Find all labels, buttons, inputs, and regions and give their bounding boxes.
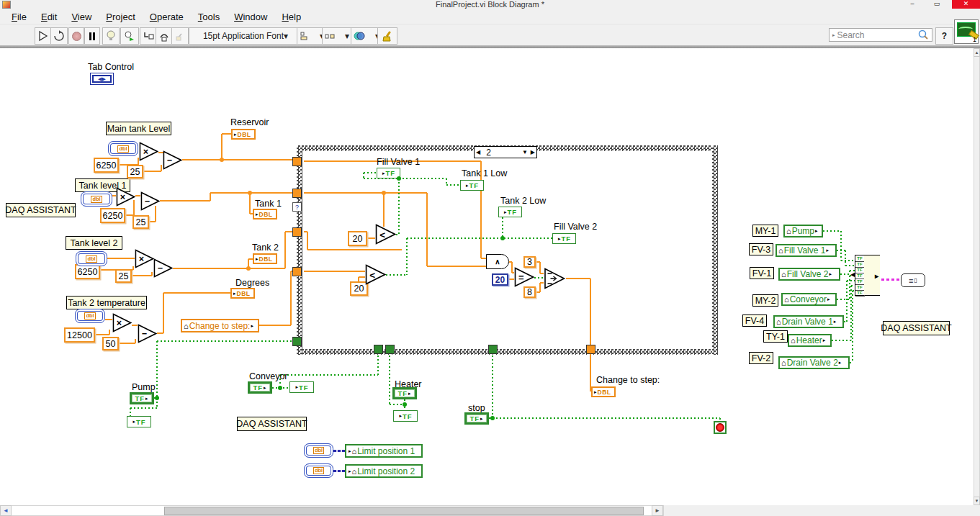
run-continuously-button[interactable]	[50, 27, 68, 45]
label-my-2[interactable]: MY-2	[752, 294, 778, 307]
case-structure-border-right[interactable]	[712, 145, 718, 355]
local-limit-position-2[interactable]: ▸⌂Limit position 2	[345, 464, 423, 478]
indicator-pump-local[interactable]: ▸TF	[127, 416, 151, 427]
tunnel-conveyor[interactable]	[374, 345, 383, 354]
multiply-node-1[interactable]: ×	[139, 142, 158, 161]
indicator-tank-1[interactable]: ▸DBL	[253, 209, 277, 219]
horizontal-scrollbar-thumb[interactable]	[164, 507, 644, 515]
close-button[interactable]: ✕	[952, 0, 980, 9]
less-than-node-2[interactable]: <	[365, 264, 386, 285]
menu-window[interactable]: Window	[227, 11, 274, 23]
case-selector-tunnel[interactable]: ?	[292, 202, 302, 212]
daq-data-input-terminal[interactable]: ≡▯	[901, 273, 925, 287]
subtract-node-3[interactable]: −	[153, 258, 173, 278]
label-daq-assistant-bottom[interactable]: DAQ ASSISTANT	[237, 417, 307, 431]
label-fv-1[interactable]: FV-1	[750, 267, 774, 279]
indicator-degrees[interactable]: ▸DBL	[230, 288, 255, 299]
control-stop[interactable]: TF▸	[464, 412, 489, 425]
label-daq-assistant-right[interactable]: DAQ ASSISTANT	[883, 321, 950, 335]
minimize-button[interactable]: –	[902, 0, 923, 9]
label-tank-level-2[interactable]: Tank level 2	[66, 236, 122, 250]
menu-tools[interactable]: Tools	[191, 11, 227, 23]
scroll-down-arrow[interactable]: ▼	[974, 497, 980, 505]
menu-view[interactable]: View	[64, 11, 99, 23]
loop-condition-terminal[interactable]	[714, 421, 727, 434]
multiply-node-2[interactable]: ×	[116, 187, 135, 207]
local-conveyor[interactable]: ⌂Conveyor▸	[781, 293, 837, 306]
tunnel-pump[interactable]	[292, 337, 302, 346]
label-fv-4[interactable]: FV-4	[742, 314, 767, 327]
step-out-button[interactable]	[171, 27, 189, 45]
tunnel-reservoir[interactable]	[292, 157, 302, 166]
menu-edit[interactable]: Edit	[34, 11, 64, 23]
case-next-icon[interactable]: ▶	[529, 149, 536, 155]
local-fill-valve-1[interactable]: ⌂Fill Valve 1▸	[776, 244, 837, 257]
tunnel-stop[interactable]	[488, 345, 498, 354]
label-tank-2-temperature[interactable]: Tank 2 temperature	[66, 296, 147, 309]
control-conveyor[interactable]: TF▸	[248, 381, 272, 394]
step-over-button[interactable]	[156, 27, 173, 45]
dynamic-data-terminal-main-tank[interactable]: dbl	[108, 141, 138, 156]
constant-20-i32[interactable]: 20	[492, 273, 508, 286]
vertical-scrollbar[interactable]	[974, 48, 980, 505]
label-daq-assistant-left[interactable]: DAQ ASSISTANT	[6, 203, 76, 217]
scroll-left-arrow[interactable]: ◄	[0, 505, 12, 516]
constant-12500[interactable]: 12500	[64, 327, 95, 343]
step-into-button[interactable]	[140, 27, 157, 45]
label-fv-3[interactable]: FV-3	[749, 243, 773, 255]
tunnel-step[interactable]	[292, 267, 302, 276]
dynamic-data-terminal-tank-2-temp[interactable]: dbl	[75, 309, 105, 323]
constant-6250-1[interactable]: 6250	[94, 158, 119, 173]
case-selector-label[interactable]: ◀ 2 ▼ ▶	[474, 146, 537, 158]
subtract-node-4[interactable]: −	[138, 324, 157, 343]
constant-8[interactable]: 8	[523, 286, 536, 298]
run-button[interactable]	[35, 27, 52, 45]
constant-25-1[interactable]: 25	[127, 165, 143, 178]
pause-button[interactable]	[84, 27, 100, 45]
constant-25-3[interactable]: 25	[115, 269, 132, 283]
scroll-right-arrow[interactable]: ►	[652, 505, 663, 516]
indicator-tank-2[interactable]: ▸DBL	[253, 253, 277, 264]
build-array-node[interactable]: TFTFTFTFTFTFTF▸◀	[855, 255, 880, 296]
highlight-execution-icon[interactable]	[102, 27, 120, 45]
search-dropdown-icon[interactable]: ▸	[832, 32, 835, 38]
dynamic-data-terminal-tank-1[interactable]: dbl	[81, 191, 112, 207]
label-main-tank-level[interactable]: Main tank Level	[106, 122, 171, 135]
abort-button[interactable]	[68, 27, 84, 45]
retain-wire-values-icon[interactable]	[120, 27, 139, 45]
menu-project[interactable]: Project	[99, 11, 142, 23]
label-fv-2[interactable]: FV-2	[749, 352, 773, 364]
local-pump[interactable]: ⌂Pump▸	[783, 225, 823, 237]
label-my-1[interactable]: MY-1	[752, 225, 778, 237]
constant-6250-2[interactable]: 6250	[100, 208, 125, 223]
and-gate[interactable]: ∧	[486, 254, 509, 269]
less-than-node-1[interactable]: <	[375, 224, 396, 245]
local-limit-position-1[interactable]: ▸⌂Limit position 1	[345, 444, 423, 458]
dynamic-data-terminal-tank-2[interactable]: dbl	[76, 251, 107, 266]
menu-file[interactable]: File	[4, 11, 34, 23]
case-dropdown-icon[interactable]: ▼	[521, 149, 529, 155]
tab-control-terminal[interactable]: ◀▶	[90, 73, 114, 85]
dynamic-data-terminal-limit-2[interactable]: dbl	[304, 463, 333, 478]
label-ty-1[interactable]: TY-1	[763, 330, 788, 343]
constant-20-1[interactable]: 20	[348, 231, 367, 246]
case-structure-border-bottom[interactable]	[297, 349, 718, 355]
dynamic-data-terminal-limit-1[interactable]: dbl	[304, 443, 333, 458]
local-heater[interactable]: ⌂Heater▸	[788, 334, 832, 347]
control-pump[interactable]: TF▸	[130, 392, 154, 404]
distribute-objects-button[interactable]: ▾	[322, 27, 352, 45]
menu-operate[interactable]: Operate	[143, 11, 191, 23]
constant-6250-3[interactable]: 6250	[75, 264, 100, 279]
select-node[interactable]	[544, 268, 566, 289]
case-previous-icon[interactable]: ◀	[475, 149, 482, 155]
local-change-to-step[interactable]: ⌂Change to step:▸	[181, 319, 259, 332]
scroll-up-arrow[interactable]: ▲	[974, 48, 980, 57]
help-button[interactable]: ?	[935, 27, 953, 45]
clean-up-diagram-button[interactable]	[377, 27, 397, 45]
indicator-tank-2-low[interactable]: ▸TF	[498, 207, 522, 217]
case-structure-border-left[interactable]	[297, 145, 302, 355]
subtract-node-2[interactable]: −	[140, 191, 160, 211]
equal-node[interactable]: =	[514, 267, 534, 287]
indicator-reservoir[interactable]: ▸DBL	[231, 129, 256, 140]
local-drain-valve-2[interactable]: ⌂Drain Valve 2▸	[778, 356, 850, 369]
